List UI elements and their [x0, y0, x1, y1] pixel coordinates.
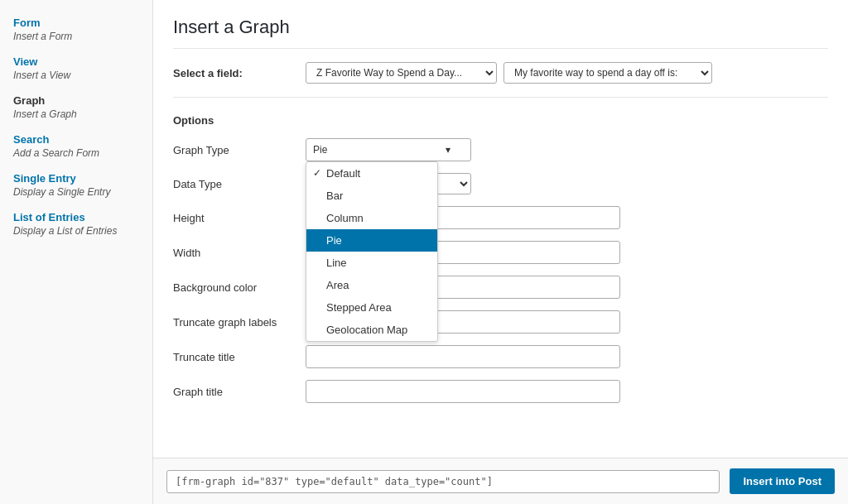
graph-title-input[interactable] [306, 380, 620, 403]
sidebar-item-form[interactable]: Form Insert a Form [13, 17, 139, 42]
sidebar-link-list-of-entries[interactable]: List of Entries [13, 211, 139, 223]
truncate-title-label: Truncate title [173, 351, 306, 363]
options-title: Options [173, 114, 828, 127]
dropdown-item-line[interactable]: Line [306, 252, 437, 274]
bg-color-row: Background color [173, 276, 828, 299]
options-section: Options Graph Type Pie ▾ Default Bar Col… [173, 114, 828, 403]
width-label: Width [173, 247, 306, 259]
dropdown-item-geolocation-map[interactable]: Geolocation Map [306, 319, 437, 341]
graph-title-label: Graph title [173, 386, 306, 398]
sidebar-link-single-entry[interactable]: Single Entry [13, 172, 139, 185]
sidebar-item-view[interactable]: View Insert a View [13, 55, 139, 81]
footer: [frm-graph id="837" type="default" data_… [153, 458, 848, 504]
sidebar-link-graph[interactable]: Graph [13, 94, 139, 107]
bg-color-label: Background color [173, 281, 306, 294]
field-selects: Z Favorite Way to Spend a Day... My favo… [306, 62, 712, 84]
graph-type-label: Graph Type [173, 144, 306, 156]
select-field-label: Select a field: [173, 67, 306, 79]
dropdown-item-area[interactable]: Area [306, 274, 437, 296]
sidebar-link-search[interactable]: Search [13, 133, 139, 146]
graph-type-dropdown-container[interactable]: Pie ▾ Default Bar Column Pie Line Area S… [306, 138, 471, 161]
sidebar-link-form[interactable]: Form [13, 17, 139, 29]
sidebar-sublabel-list-of-entries: Display a List of Entries [13, 225, 139, 237]
chevron-down-icon: ▾ [446, 144, 450, 156]
field-dropdown-1[interactable]: Z Favorite Way to Spend a Day... [306, 62, 497, 84]
dropdown-item-stepped-area[interactable]: Stepped Area [306, 296, 437, 319]
dropdown-item-column[interactable]: Column [306, 207, 437, 229]
select-field-row: Select a field: Z Favorite Way to Spend … [173, 62, 828, 98]
graph-type-row: Graph Type Pie ▾ Default Bar Column Pie … [173, 138, 828, 161]
sidebar-item-single-entry[interactable]: Single Entry Display a Single Entry [13, 172, 139, 198]
sidebar-item-search[interactable]: Search Add a Search Form [13, 133, 139, 159]
truncate-labels-row: Truncate graph labels [173, 310, 828, 334]
sidebar: Form Insert a Form View Insert a View Gr… [0, 0, 153, 504]
sidebar-item-graph[interactable]: Graph Insert a Graph [13, 94, 139, 120]
main-content: Insert a Graph Select a field: Z Favorit… [153, 0, 848, 504]
width-row: Width [173, 241, 828, 264]
graph-title-row: Graph title [173, 380, 828, 403]
sidebar-sublabel-search: Add a Search Form [13, 147, 139, 159]
graph-type-selected-value: Pie [313, 144, 327, 156]
truncate-labels-label: Truncate graph labels [173, 316, 306, 329]
height-row: Height [173, 206, 828, 229]
truncate-title-row: Truncate title [173, 345, 828, 368]
truncate-title-input[interactable] [306, 345, 620, 368]
graph-type-menu: Default Bar Column Pie Line Area Stepped… [306, 161, 438, 342]
height-label: Height [173, 212, 306, 224]
page-title: Insert a Graph [173, 17, 828, 49]
sidebar-sublabel-single-entry: Display a Single Entry [13, 186, 139, 198]
data-type-row: Data Type Count Total Average [173, 173, 828, 194]
sidebar-sublabel-graph: Insert a Graph [13, 108, 139, 120]
dropdown-item-pie[interactable]: Pie [306, 229, 437, 252]
shortcode-display: [frm-graph id="837" type="default" data_… [166, 470, 720, 493]
insert-into-post-button[interactable]: Insert into Post [730, 468, 835, 494]
dropdown-item-default[interactable]: Default [306, 162, 437, 185]
sidebar-item-list-of-entries[interactable]: List of Entries Display a List of Entrie… [13, 211, 139, 237]
data-type-label: Data Type [173, 178, 306, 190]
graph-type-trigger[interactable]: Pie ▾ [306, 138, 471, 161]
sidebar-sublabel-form: Insert a Form [13, 31, 139, 42]
sidebar-sublabel-view: Insert a View [13, 70, 139, 81]
dropdown-item-bar[interactable]: Bar [306, 185, 437, 207]
sidebar-link-view[interactable]: View [13, 55, 139, 68]
field-dropdown-2[interactable]: My favorite way to spend a day off is: [504, 62, 712, 84]
